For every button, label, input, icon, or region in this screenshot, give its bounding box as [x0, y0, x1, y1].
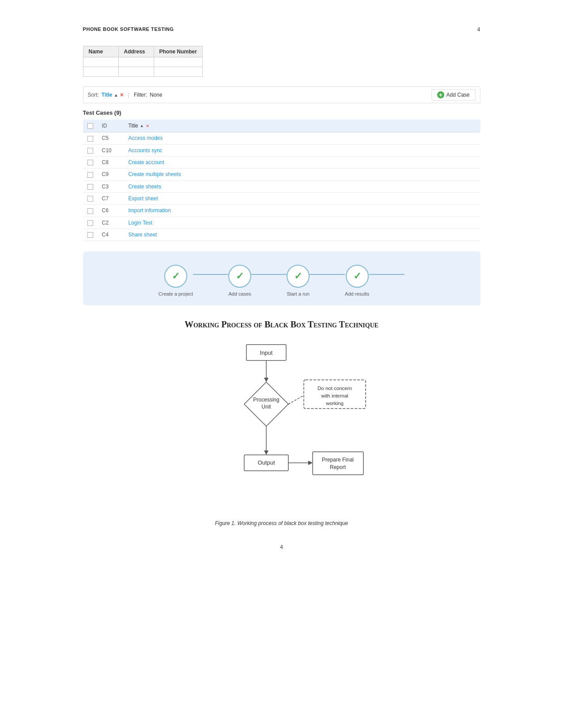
sort-filter-bar: Sort: Title ▲ ✕ | Filter: None + Add Cas…	[83, 86, 480, 103]
sort-clear-icon[interactable]: ✕	[120, 92, 124, 98]
step-line-1	[193, 274, 228, 275]
row-checkbox[interactable]	[87, 208, 93, 214]
step-start-run: ✓ Start a run	[287, 265, 310, 296]
test-case-row: C8 Create account	[83, 156, 480, 168]
step-label-4: Add results	[345, 291, 369, 296]
filter-value: None	[150, 92, 162, 98]
svg-text:working: working	[325, 401, 344, 406]
phone-book-table: Name Address Phone Number	[83, 46, 203, 77]
test-cases-table: ID Title ▲ ✕ C5 Access modes C10	[83, 120, 480, 241]
step-add-cases: ✓ Add cases	[228, 265, 251, 296]
add-case-button[interactable]: + Add Case	[431, 89, 476, 101]
progress-steps: ✓ Create a project ✓ Add cases ✓ Start a…	[159, 265, 404, 296]
test-case-row: C10 Accounts sync	[83, 144, 480, 156]
row-checkbox[interactable]	[87, 184, 93, 190]
row-checkbox[interactable]	[87, 160, 93, 165]
row-checkbox[interactable]	[87, 220, 93, 226]
sort-field: Title ▲ ✕	[102, 92, 124, 98]
document-title: PHONE BOOK SOFTWARE TESTING	[83, 26, 174, 32]
test-case-row: C9 Create multiple sheets	[83, 169, 480, 180]
title-sort-clear-icon[interactable]: ✕	[146, 124, 149, 128]
step-label-3: Start a run	[287, 291, 309, 296]
table-row	[83, 57, 202, 67]
col-title-header: Title ▲ ✕	[124, 120, 480, 132]
col-name: Name	[83, 46, 118, 57]
step-line-4	[369, 274, 404, 275]
sort-asc-icon: ▲	[140, 124, 144, 128]
test-case-row: C5 Access modes	[83, 132, 480, 144]
bb-section-title: Working Process of Black Box Testing Tec…	[83, 319, 480, 330]
svg-marker-13	[264, 450, 268, 455]
check-icon: ✓	[353, 270, 361, 282]
svg-text:Input: Input	[260, 349, 272, 356]
row-checkbox[interactable]	[87, 136, 93, 142]
svg-text:Prepare Final: Prepare Final	[321, 457, 353, 463]
step-line-3	[310, 274, 345, 275]
filter-label: Filter:	[134, 92, 147, 98]
check-icon: ✓	[294, 270, 302, 282]
svg-text:with internal: with internal	[321, 393, 348, 398]
test-cases-title: Test Cases (9)	[83, 109, 480, 116]
progress-steps-section: ✓ Create a project ✓ Add cases ✓ Start a…	[83, 251, 480, 305]
svg-text:Report: Report	[329, 464, 346, 470]
page-number-bottom: 4	[280, 544, 283, 550]
row-checkbox[interactable]	[87, 172, 93, 178]
step-circle-3: ✓	[287, 265, 310, 288]
page-number-top: 4	[477, 26, 480, 33]
step-circle-1: ✓	[164, 265, 187, 288]
table-row	[83, 67, 202, 77]
svg-text:Processing: Processing	[253, 397, 279, 403]
test-case-row: C2 Login Test	[83, 217, 480, 229]
svg-text:Output: Output	[257, 459, 275, 466]
sort-label: Sort:	[88, 92, 99, 98]
step-add-results: ✓ Add results	[345, 265, 369, 296]
test-case-row: C6 Import information	[83, 205, 480, 217]
step-create-project: ✓ Create a project	[159, 265, 193, 296]
check-icon: ✓	[172, 270, 180, 282]
step-label-2: Add cases	[228, 291, 251, 296]
svg-text:Do not concern: Do not concern	[317, 386, 352, 391]
step-circle-2: ✓	[228, 265, 251, 288]
figure-caption: Figure 1. Working process of black box t…	[83, 520, 480, 526]
svg-marker-17	[308, 461, 313, 465]
row-checkbox[interactable]	[87, 196, 93, 202]
col-phone: Phone Number	[154, 46, 202, 57]
test-case-row: C4 Share sheet	[83, 229, 480, 240]
test-case-row: C3 Create sheets	[83, 180, 480, 192]
step-line-2	[251, 274, 287, 275]
row-checkbox[interactable]	[87, 148, 93, 154]
test-case-row: C7 Export sheet	[83, 192, 480, 204]
step-circle-4: ✓	[346, 265, 369, 288]
sort-filter-controls: Sort: Title ▲ ✕ | Filter: None	[88, 92, 162, 98]
black-box-diagram: Input Processing Unit Do not concern wit…	[158, 340, 405, 517]
col-id-header: ID	[98, 120, 124, 132]
row-checkbox[interactable]	[87, 232, 93, 238]
page-footer: 4	[83, 544, 480, 550]
svg-rect-18	[313, 452, 363, 475]
plus-circle-icon: +	[437, 91, 444, 98]
step-label-1: Create a project	[159, 291, 193, 296]
header-checkbox[interactable]	[87, 123, 93, 129]
black-box-section: Working Process of Black Box Testing Tec…	[83, 319, 480, 526]
col-checkbox-header	[83, 120, 98, 132]
svg-marker-3	[264, 378, 268, 382]
col-address: Address	[118, 46, 154, 57]
check-icon: ✓	[236, 270, 244, 282]
page-header: PHONE BOOK SOFTWARE TESTING 4	[83, 26, 480, 33]
svg-line-11	[288, 395, 304, 404]
svg-text:Unit: Unit	[261, 404, 271, 410]
